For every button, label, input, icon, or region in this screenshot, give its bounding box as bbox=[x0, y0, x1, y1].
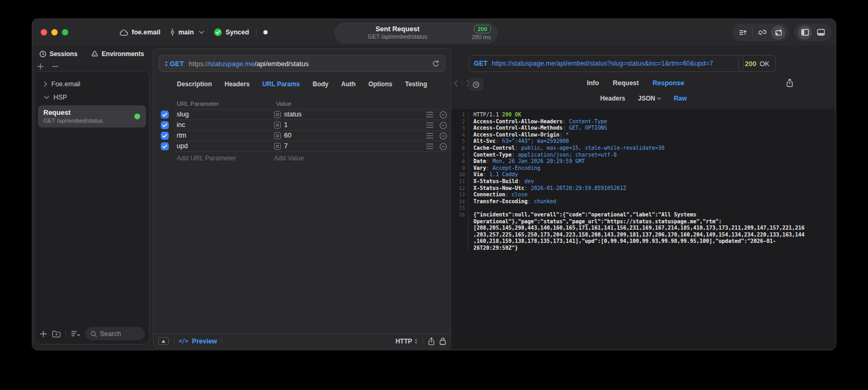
tab-description[interactable]: Description bbox=[177, 80, 212, 88]
code-line: 2Access-Control-Allow-Headers: Content-T… bbox=[451, 119, 836, 125]
history-clock-button[interactable] bbox=[469, 78, 483, 91]
sessions-panel: Foe.email HSP Request GET /api/embed/sta… bbox=[34, 71, 150, 344]
chevron-right-icon bbox=[44, 81, 47, 87]
branch-menu[interactable]: main bbox=[170, 28, 204, 37]
row-delete-icon[interactable] bbox=[440, 111, 447, 119]
param-checkbox[interactable] bbox=[161, 132, 169, 140]
row-menu-icon[interactable] bbox=[426, 143, 433, 149]
resp-subtab-headers[interactable]: Headers bbox=[600, 95, 625, 102]
new-folder-icon[interactable] bbox=[52, 330, 61, 338]
toggle-bottom-panel-icon[interactable] bbox=[813, 24, 829, 40]
line-content: {"incidents":null,"overall":{"code":"ope… bbox=[469, 212, 807, 252]
view-options-icon[interactable] bbox=[71, 330, 80, 337]
export-icon[interactable] bbox=[786, 78, 793, 87]
sync-status[interactable]: Synced bbox=[214, 28, 249, 37]
line-number: 13 bbox=[451, 192, 469, 198]
resp-subtab-json[interactable]: JSON bbox=[638, 95, 661, 102]
project-menu[interactable]: foe.email bbox=[119, 29, 160, 36]
tab-sessions[interactable]: Sessions bbox=[39, 50, 78, 58]
footer-divider bbox=[222, 338, 222, 345]
resp-tab-info[interactable]: Info bbox=[587, 79, 599, 87]
param-name-field[interactable]: rtm bbox=[177, 132, 186, 139]
new-request-icon[interactable] bbox=[40, 330, 47, 338]
close-button[interactable] bbox=[41, 29, 47, 35]
sent-url-box[interactable]: GET https://statuspage.me/api/embed/stat… bbox=[469, 55, 744, 72]
group-hsp[interactable]: HSP bbox=[35, 90, 149, 104]
preview-button[interactable]: </> Preview bbox=[179, 338, 217, 345]
param-checkbox[interactable] bbox=[161, 111, 169, 119]
screen: foe.email main Synced bbox=[0, 0, 868, 390]
param-name-field[interactable]: slug bbox=[177, 111, 189, 118]
line-number: 12 bbox=[451, 185, 469, 192]
tab-testing[interactable]: Testing bbox=[405, 80, 427, 88]
app-window: foe.email main Synced bbox=[32, 19, 836, 350]
footer-divider bbox=[173, 338, 174, 345]
param-value-field[interactable]: 1 bbox=[284, 121, 288, 129]
search-input[interactable]: Search bbox=[85, 327, 145, 340]
param-checkbox[interactable] bbox=[161, 121, 169, 129]
param-value-field[interactable]: 7 bbox=[284, 142, 288, 150]
add-icon[interactable] bbox=[37, 63, 44, 70]
param-value-field[interactable]: status bbox=[284, 111, 301, 118]
minimize-button[interactable] bbox=[51, 29, 58, 35]
loop-button[interactable] bbox=[754, 24, 770, 40]
fullscreen-button[interactable] bbox=[62, 29, 68, 35]
remove-icon[interactable] bbox=[52, 63, 59, 70]
environments-icon bbox=[91, 50, 98, 58]
toggle-sidebar-icon[interactable] bbox=[798, 25, 812, 40]
tab-headers[interactable]: Headers bbox=[225, 80, 250, 88]
share-icon[interactable] bbox=[428, 337, 435, 346]
response-raw-view: 1HTTP/1.1 200 OK2Access-Control-Allow-He… bbox=[451, 109, 836, 350]
sort-list-button[interactable] bbox=[735, 24, 751, 40]
response-tabs: InfoRequestResponse bbox=[483, 79, 788, 87]
sent-request-pill[interactable]: Sent Request GET /api/embed/status 200 2… bbox=[335, 23, 497, 43]
line-content: Connection: close bbox=[469, 192, 807, 198]
param-name-field[interactable]: inc bbox=[177, 121, 185, 129]
line-number: 10 bbox=[451, 171, 469, 178]
param-value-field[interactable]: 60 bbox=[284, 132, 291, 139]
sidebar-footer: Search bbox=[40, 327, 145, 340]
code-line: 6Cache-Control: public, max-age=15, stal… bbox=[451, 145, 836, 152]
nav-back-icon[interactable] bbox=[454, 80, 458, 87]
tab-options[interactable]: Options bbox=[368, 80, 392, 88]
param-row-upd: upd7 bbox=[153, 141, 451, 152]
stepper-icon bbox=[165, 61, 168, 67]
response-toolbar: InfoRequestResponse bbox=[451, 77, 836, 92]
line-number: 6 bbox=[451, 145, 469, 152]
protocol-selector[interactable]: HTTP bbox=[396, 338, 418, 345]
search-placeholder: Search bbox=[100, 330, 121, 338]
footer-divider bbox=[66, 330, 66, 338]
add-value[interactable]: Add Value bbox=[274, 155, 304, 162]
group-foe-email[interactable]: Foe.email bbox=[35, 77, 149, 90]
resp-tab-request[interactable]: Request bbox=[613, 79, 638, 87]
url-input[interactable]: https://statuspage.me/api/embed/status bbox=[189, 60, 309, 68]
row-delete-icon[interactable] bbox=[440, 132, 447, 140]
tab-body[interactable]: Body bbox=[313, 80, 328, 88]
equals-icon bbox=[274, 132, 281, 139]
add-url-parameter[interactable]: Add URL Parameter bbox=[177, 155, 236, 162]
resp-subtab-raw[interactable]: Raw bbox=[674, 95, 687, 102]
protocol-label: HTTP bbox=[396, 338, 412, 345]
row-menu-icon[interactable] bbox=[426, 133, 433, 139]
line-number: 11 bbox=[451, 178, 469, 185]
row-delete-icon[interactable] bbox=[440, 143, 447, 150]
tab-url-params[interactable]: URL Params bbox=[262, 80, 300, 88]
code-line: 3Access-Control-Allow-Methods: GET, OPTI… bbox=[451, 125, 836, 132]
import-export-button[interactable] bbox=[771, 25, 785, 40]
url-bar[interactable]: GET https://statuspage.me/api/embed/stat… bbox=[159, 55, 445, 72]
lock-icon[interactable] bbox=[440, 337, 446, 345]
method-selector[interactable]: GET bbox=[165, 60, 184, 68]
param-checkbox[interactable] bbox=[161, 142, 169, 150]
code-line: 16{"incidents":null,"overall":{"code":"o… bbox=[451, 212, 836, 252]
tab-auth[interactable]: Auth bbox=[341, 80, 355, 88]
row-delete-icon[interactable] bbox=[440, 122, 447, 129]
branch-name: main bbox=[178, 29, 194, 36]
resp-tab-response[interactable]: Response bbox=[653, 79, 684, 87]
collapse-panel-button[interactable] bbox=[158, 337, 169, 345]
tab-environments[interactable]: Environments bbox=[91, 50, 144, 58]
resend-icon[interactable] bbox=[432, 60, 440, 68]
row-menu-icon[interactable] bbox=[426, 112, 433, 117]
request-list-item-selected[interactable]: Request GET /api/embed/status bbox=[38, 105, 146, 128]
param-name-field[interactable]: upd bbox=[177, 142, 188, 150]
row-menu-icon[interactable] bbox=[426, 122, 433, 128]
